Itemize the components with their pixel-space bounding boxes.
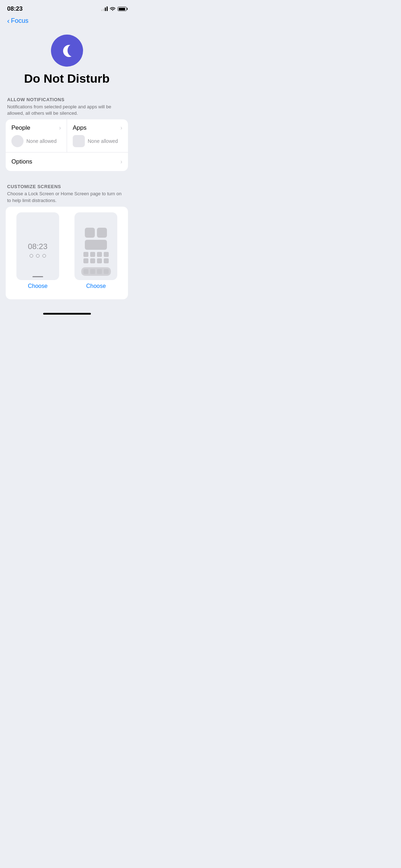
options-chevron-icon: ›	[120, 159, 122, 165]
dock-icon-4	[104, 269, 109, 274]
battery-icon	[118, 7, 127, 11]
signal-icon	[101, 7, 108, 11]
apps-chevron-icon: ›	[120, 125, 122, 131]
wifi-icon	[110, 6, 115, 12]
people-title: People	[11, 124, 30, 131]
home-screen-mockup	[74, 212, 117, 280]
status-icons	[101, 6, 127, 12]
status-time: 08:23	[7, 5, 22, 12]
allow-notifications-desc: Notifications from selected people and a…	[0, 104, 134, 119]
customize-screens-label: CUSTOMIZE SCREENS	[0, 178, 134, 191]
people-chevron-icon: ›	[59, 125, 61, 131]
lock-dot-3	[42, 254, 46, 258]
dock-icon-2	[90, 269, 95, 274]
home-screen-choose-button[interactable]: Choose	[86, 283, 106, 289]
home-icon-2	[97, 228, 107, 238]
home-tiny-icon-6	[90, 258, 95, 263]
people-apps-row: People › None allowed Apps › None allowe…	[6, 119, 128, 153]
apps-cell-header: Apps ›	[73, 124, 122, 131]
lock-home-indicator	[32, 276, 43, 277]
apps-title: Apps	[73, 124, 87, 131]
people-cell-content: None allowed	[11, 135, 61, 147]
lock-dot-1	[30, 254, 33, 258]
home-icon-wide	[85, 240, 107, 250]
options-title: Options	[11, 158, 32, 165]
home-icon-1	[85, 228, 95, 238]
screens-container: 08:23 Choose	[11, 212, 122, 289]
people-avatar-placeholder	[11, 135, 24, 147]
home-icon-grid-1	[83, 252, 109, 257]
home-tiny-icon-4	[104, 252, 109, 257]
lock-dot-2	[36, 254, 40, 258]
home-tiny-icon-3	[97, 252, 102, 257]
page-title: Do Not Disturb	[24, 72, 110, 86]
apps-icon-placeholder	[73, 135, 85, 147]
navigation-bar: ‹ Focus	[0, 16, 134, 27]
home-indicator	[43, 313, 91, 315]
back-label: Focus	[11, 17, 29, 25]
home-icons-top	[85, 228, 107, 238]
home-tiny-icon-1	[83, 252, 88, 257]
lock-screen-choose-button[interactable]: Choose	[28, 283, 47, 289]
lock-screen-time: 08:23	[28, 242, 47, 251]
customize-screens-card: 08:23 Choose	[6, 207, 128, 299]
notifications-card: People › None allowed Apps › None allowe…	[6, 119, 128, 171]
dock-icon-1	[83, 269, 88, 274]
lock-screen-preview: 08:23 Choose	[11, 212, 64, 289]
people-none-allowed: None allowed	[26, 138, 57, 144]
lock-screen-dots	[30, 254, 46, 258]
apps-cell-content: None allowed	[73, 135, 122, 147]
lock-screen-mockup: 08:23	[16, 212, 59, 280]
allow-notifications-label: ALLOW NOTIFICATIONS	[0, 91, 134, 104]
dnd-icon-circle	[51, 35, 83, 67]
hero-section: Do Not Disturb	[0, 27, 134, 91]
people-cell[interactable]: People › None allowed	[6, 119, 67, 152]
home-tiny-icon-5	[83, 258, 88, 263]
apps-cell[interactable]: Apps › None allowed	[67, 119, 128, 152]
apps-none-allowed: None allowed	[88, 138, 118, 144]
home-dock	[81, 267, 111, 276]
home-screen-preview: Choose	[70, 212, 123, 289]
customize-screens-desc: Choose a Lock Screen or Home Screen page…	[0, 191, 134, 206]
home-icon-grid-2	[83, 258, 109, 263]
moon-icon	[58, 42, 76, 59]
status-bar: 08:23	[0, 0, 134, 16]
home-tiny-icon-8	[104, 258, 109, 263]
dock-icon-3	[97, 269, 102, 274]
back-button[interactable]: ‹ Focus	[7, 17, 29, 25]
options-row[interactable]: Options ›	[6, 153, 128, 171]
home-tiny-icon-7	[97, 258, 102, 263]
back-chevron-icon: ‹	[7, 17, 10, 24]
home-tiny-icon-2	[90, 252, 95, 257]
people-cell-header: People ›	[11, 124, 61, 131]
